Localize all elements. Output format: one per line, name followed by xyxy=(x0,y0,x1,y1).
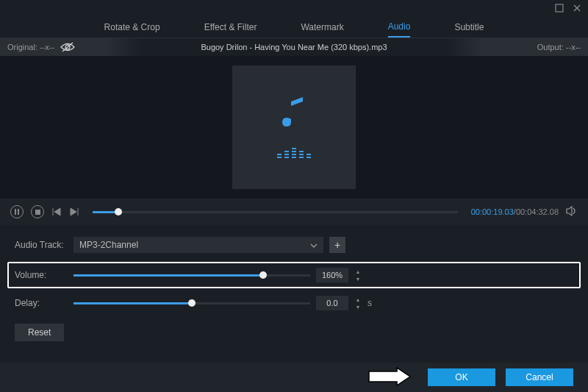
tab-rotate-crop[interactable]: Rotate & Crop xyxy=(104,18,160,37)
delay-value-field[interactable]: 0.0 xyxy=(316,296,348,310)
volume-value-field[interactable]: 160% xyxy=(316,268,348,282)
tab-bar: Rotate & Crop Effect & Filter Watermark … xyxy=(0,16,588,38)
delay-step-down[interactable]: ▼ xyxy=(354,303,362,310)
preview-area xyxy=(0,56,588,199)
close-button[interactable] xyxy=(572,3,582,13)
volume-slider-fill xyxy=(74,274,263,277)
add-audio-track-button[interactable]: + xyxy=(329,237,345,253)
footer: OK Cancel xyxy=(0,363,588,392)
delay-slider[interactable] xyxy=(74,302,310,304)
delay-label: Delay: xyxy=(15,298,68,308)
playback-bar: 00:00:19.03/00:04:32.08 xyxy=(0,199,588,225)
volume-step-up[interactable]: ▲ xyxy=(354,268,362,275)
stop-button[interactable] xyxy=(31,205,44,218)
svg-rect-5 xyxy=(35,210,40,215)
volume-highlight-box: Volume: 160% ▲ ▼ xyxy=(7,262,581,288)
music-note-icon xyxy=(281,97,307,133)
svg-rect-3 xyxy=(15,209,16,215)
volume-slider[interactable] xyxy=(74,274,310,277)
delay-unit-label: s xyxy=(368,298,375,308)
output-dimensions-label: Output: --x-- xyxy=(537,43,581,51)
total-time-label: /00:04:32.08 xyxy=(514,207,559,216)
delay-step-up[interactable]: ▲ xyxy=(354,296,362,303)
file-info-bar: Original: --x-- Bugoy Drilon - Having Yo… xyxy=(0,38,588,56)
ok-button[interactable]: OK xyxy=(428,368,495,386)
tab-watermark[interactable]: Watermark xyxy=(301,18,343,37)
svg-rect-0 xyxy=(556,4,563,12)
original-dimensions-label: Original: --x-- xyxy=(7,43,54,51)
playback-progress-thumb[interactable] xyxy=(115,208,122,215)
tab-audio[interactable]: Audio xyxy=(388,17,411,38)
play-pause-button[interactable] xyxy=(10,205,24,218)
svg-rect-4 xyxy=(18,209,19,215)
volume-step-down[interactable]: ▼ xyxy=(354,275,362,282)
next-track-button[interactable] xyxy=(69,207,79,217)
playback-progress-slider[interactable] xyxy=(93,211,458,213)
equalizer-icon xyxy=(277,148,311,158)
volume-icon[interactable] xyxy=(566,206,578,218)
audio-track-label: Audio Track: xyxy=(15,240,68,250)
current-time-label: 00:00:19.03 xyxy=(471,207,514,216)
prev-track-button[interactable] xyxy=(51,207,62,217)
tab-effect-filter[interactable]: Effect & Filter xyxy=(204,18,257,37)
volume-slider-thumb[interactable] xyxy=(259,271,267,279)
delay-slider-fill xyxy=(74,302,192,304)
cancel-button[interactable]: Cancel xyxy=(506,368,573,386)
audio-preview-thumbnail xyxy=(232,65,356,189)
preview-toggle-icon[interactable] xyxy=(60,42,75,52)
volume-label: Volume: xyxy=(15,270,68,280)
audio-track-select[interactable]: MP3-2Channel xyxy=(74,237,323,253)
minimize-button[interactable] xyxy=(554,3,564,13)
tab-subtitle[interactable]: Subtitle xyxy=(454,18,484,37)
delay-slider-thumb[interactable] xyxy=(188,299,196,307)
filename-label: Bugoy Drilon - Having You Near Me (320 k… xyxy=(201,43,387,51)
reset-button[interactable]: Reset xyxy=(15,324,64,341)
audio-track-value: MP3-2Channel xyxy=(79,240,138,250)
chevron-down-icon xyxy=(310,240,318,250)
